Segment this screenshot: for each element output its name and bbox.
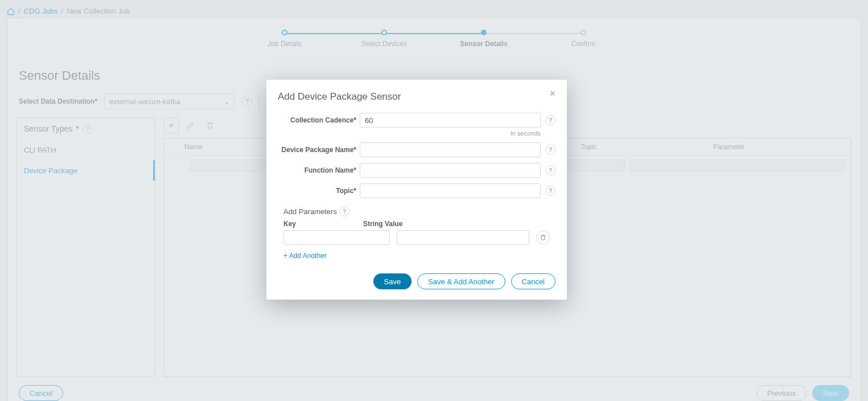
save-button[interactable]: Save	[373, 273, 412, 289]
collection-cadence-input[interactable]	[360, 113, 541, 128]
help-icon[interactable]: ?	[545, 165, 556, 175]
help-icon[interactable]: ?	[545, 186, 556, 196]
add-parameters-label: Add Parameters ?	[283, 206, 556, 216]
modal-title: Add Device Package Sensor	[278, 91, 556, 103]
param-value-header: String Value	[363, 220, 402, 228]
add-another-link[interactable]: + Add Another	[283, 252, 327, 260]
function-name-input[interactable]	[360, 163, 541, 178]
close-icon[interactable]: ×	[546, 88, 559, 99]
param-key-header: Key	[283, 220, 356, 228]
device-package-name-input[interactable]	[360, 142, 541, 157]
help-icon[interactable]: ?	[545, 115, 556, 125]
help-icon[interactable]: ?	[339, 206, 349, 216]
save-add-another-button[interactable]: Save & Add Another	[417, 273, 505, 289]
modal-cancel-button[interactable]: Cancel	[511, 273, 556, 289]
cadence-hint: In seconds	[278, 130, 541, 137]
param-key-input[interactable]	[283, 230, 390, 245]
topic-input[interactable]	[360, 183, 541, 198]
add-device-package-sensor-modal: × Add Device Package Sensor Collection C…	[266, 80, 567, 300]
parameter-row	[278, 230, 556, 245]
trash-icon[interactable]	[536, 231, 550, 244]
param-value-input[interactable]	[397, 230, 529, 245]
help-icon[interactable]: ?	[545, 145, 556, 155]
